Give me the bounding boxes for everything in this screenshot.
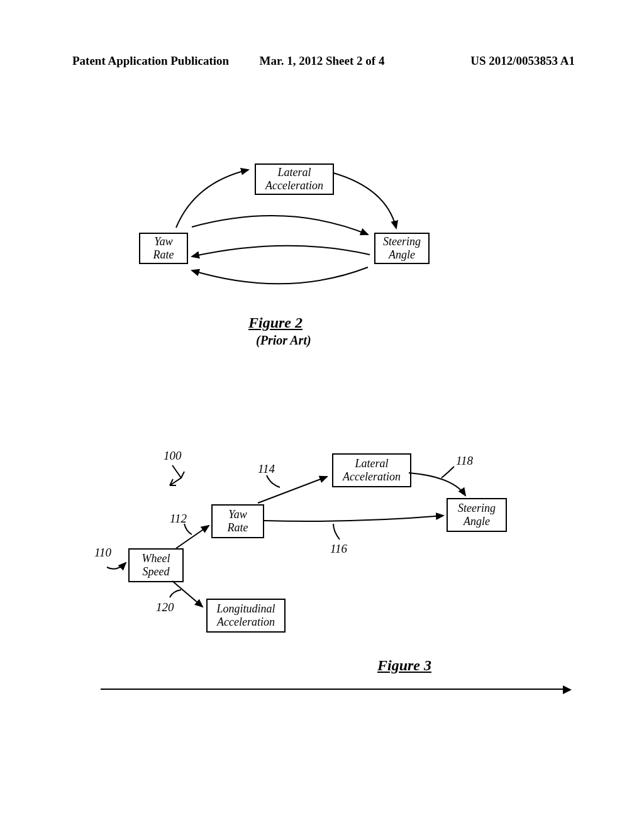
bottom-arrow-line bbox=[101, 689, 563, 690]
fig3-arrows bbox=[0, 0, 644, 830]
figure2-label-text: Figure 2 bbox=[248, 314, 303, 331]
bottom-arrow-head-icon bbox=[563, 685, 572, 694]
figure3-label: Figure 3 bbox=[377, 657, 431, 674]
figure3-label-text: Figure 3 bbox=[377, 657, 431, 673]
figure2-label: Figure 2 bbox=[248, 314, 303, 331]
